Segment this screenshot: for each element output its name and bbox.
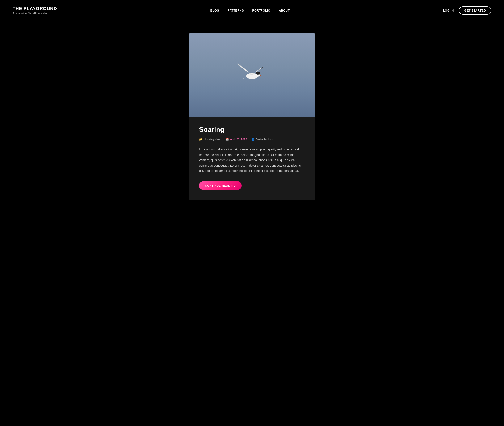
folder-icon: 📁: [199, 138, 202, 141]
article-excerpt: Lorem ipsum dolor sit amet, consectetur …: [199, 147, 305, 174]
header-actions: LOG IN GET STARTED: [443, 6, 491, 15]
nav-menu: BLOG PATTERNS PORTFOLIO ABOUT: [210, 9, 290, 12]
category-label: Uncategorized: [204, 138, 221, 141]
site-branding: THE PLAYGROUND Just another WordPress si…: [13, 6, 57, 15]
nav-link-portfolio[interactable]: PORTFOLIO: [252, 9, 270, 12]
date-label: April 26, 2022: [230, 138, 247, 141]
author-label: Justin Tadlock: [256, 138, 273, 141]
person-icon: 👤: [251, 138, 254, 141]
meta-author: 👤 Justin Tadlock: [251, 138, 273, 141]
site-tagline: Just another WordPress site: [13, 12, 57, 15]
article-meta: 📁 Uncategorized 📅 April 26, 2022 👤 Justi…: [199, 138, 305, 141]
nav-link-blog[interactable]: BLOG: [210, 9, 219, 12]
site-title[interactable]: THE PLAYGROUND: [13, 6, 57, 11]
article-title: Soaring: [199, 126, 305, 134]
svg-point-3: [259, 74, 259, 75]
meta-date: 📅 April 26, 2022: [225, 138, 247, 141]
main-nav: BLOG PATTERNS PORTFOLIO ABOUT: [210, 9, 290, 12]
meta-category: 📁 Uncategorized: [199, 138, 221, 141]
continue-reading-button[interactable]: CONTINUE READING: [199, 181, 242, 190]
article-card: Soaring 📁 Uncategorized 📅 April 26, 2022…: [189, 33, 315, 200]
get-started-button[interactable]: GET STARTED: [459, 6, 491, 15]
nav-item-patterns: PATTERNS: [228, 9, 244, 12]
nav-item-about: ABOUT: [279, 9, 290, 12]
article-featured-image: [189, 33, 315, 117]
bird-illustration: [233, 55, 271, 89]
calendar-icon: 📅: [225, 138, 229, 141]
log-in-link[interactable]: LOG IN: [443, 9, 454, 12]
main-content: Soaring 📁 Uncategorized 📅 April 26, 2022…: [0, 21, 504, 217]
site-header: THE PLAYGROUND Just another WordPress si…: [0, 0, 504, 21]
nav-link-about[interactable]: ABOUT: [279, 9, 290, 12]
nav-item-portfolio: PORTFOLIO: [252, 9, 270, 12]
article-body: Soaring 📁 Uncategorized 📅 April 26, 2022…: [189, 117, 315, 200]
nav-item-blog: BLOG: [210, 9, 219, 12]
nav-link-patterns[interactable]: PATTERNS: [228, 9, 244, 12]
